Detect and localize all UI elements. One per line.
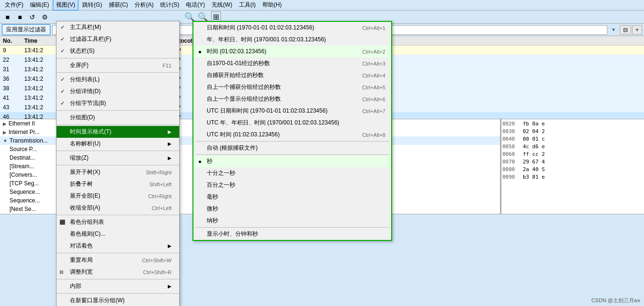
check-icon: ✓ [60, 48, 65, 54]
shortcut-label: F11 [163, 63, 172, 68]
col-no: No. [1, 38, 22, 44]
panel-toggle-icon[interactable]: ⊟ [620, 25, 631, 35]
tf-item-auto[interactable]: 自动 (根据捕获文件) [193, 142, 391, 154]
hex-line: 0060ff cc 2 [502, 151, 643, 158]
menu-view[interactable]: 视图(V) [53, 0, 78, 10]
view-menu-item-toolbar[interactable]: ✓ 主工具栏(M) [57, 21, 179, 33]
view-menu-item-filter-toolbar[interactable]: ✓ 过滤器工具栏(F) [57, 33, 179, 45]
menu-divider [57, 165, 179, 165]
panel-divider [195, 227, 389, 228]
view-menu-item-expand-tree[interactable]: 展开子树(X) Shift+Right [57, 166, 179, 178]
tf-item-microseconds[interactable]: 微秒 [193, 203, 391, 215]
color-icon: ⬛ [59, 220, 65, 225]
tf-item-utc-datetime[interactable]: UTC 日期和时间 (1970-01-01 01:02:03.123456) C… [193, 105, 391, 117]
menu-phone[interactable]: 电话(Y) [183, 0, 208, 10]
view-menu-item-color-pktlist[interactable]: ⬛ 着色分组列表 [57, 216, 179, 228]
tf-item-prevdisplay[interactable]: 自上一个显示分组经过的秒数 Ctrl+Alt+6 [193, 93, 391, 105]
menu-divider [57, 253, 179, 253]
submenu-arrow-icon: ▶ [168, 155, 172, 161]
hex-line: 00504c d6 e [502, 143, 643, 151]
tf-item-milliseconds[interactable]: 毫秒 [193, 191, 391, 203]
menu-file[interactable]: 文件(F) [2, 0, 26, 10]
tf-item-utc-yeardoy[interactable]: UTC 年、年积日、时间 (1970/001 01:02:03.123456) [193, 117, 391, 129]
tf-item-datetime[interactable]: 日期和时间 (1970-01-01 01:02:03.123456) Ctrl+… [193, 22, 391, 34]
panel-divider [195, 154, 389, 155]
time-format-panel: 日期和时间 (1970-01-01 01:02:03.123456) Ctrl+… [192, 21, 392, 241]
check-icon: ✓ [60, 76, 65, 83]
shortcut-label: Ctrl+Alt+3 [343, 61, 385, 67]
packet-hex: 0020fb 0a e 003002 04 2 004000 01 c 0050… [501, 119, 644, 214]
menu-divider [57, 215, 179, 215]
hex-line: 0020fb 0a e [502, 120, 643, 128]
view-menu-item-pktdiagram[interactable]: 分组图(D) [57, 112, 179, 124]
menu-tools[interactable]: 工具(I) [236, 0, 259, 10]
tf-item-nanoseconds[interactable]: 纳秒 [193, 215, 391, 227]
menu-divider [57, 279, 179, 279]
app-container: 文件(F) 编辑(E) 视图(V) 跳转(G) 捕获(C) 分析(A) 统计(S… [0, 0, 644, 306]
menu-edit[interactable]: 编辑(E) [27, 0, 52, 10]
menu-analyze[interactable]: 分析(A) [132, 0, 156, 10]
view-menu-item-resize-cols[interactable]: ⊟ 调整列宽 Ctrl+Shift+R [57, 266, 179, 278]
view-menu-item-pktdetail[interactable]: ✓ 分组详情(D) [57, 86, 179, 97]
menu-go[interactable]: 跳转(G) [79, 0, 105, 10]
shortcut-label: Ctrl+Alt+7 [343, 108, 385, 114]
bullet-icon: ● [198, 158, 202, 165]
tf-item-centiseconds[interactable]: 百分之一秒 [193, 179, 391, 191]
tf-item-deciseconds[interactable]: 十分之一秒 [193, 167, 391, 179]
view-menu-item-fullscreen[interactable]: 全屏(F) F11 [57, 59, 179, 71]
tf-item-seconds[interactable]: ● 秒 [193, 155, 391, 167]
menu-stats[interactable]: 统计(S) [157, 0, 182, 10]
toolbar-btn-3[interactable]: ↺ [27, 12, 38, 22]
view-menu-dropdown: ✓ 主工具栏(M) ✓ 过滤器工具栏(F) ✓ 状态栏(S) 全屏(F) F11… [56, 21, 180, 306]
view-menu-item-pktlist[interactable]: ✓ 分组列表(L) [57, 74, 179, 86]
expand-arrow-icon: ▶ [3, 130, 7, 135]
view-menu-item-reset-layout[interactable]: 重置布局 Ctrl+Shift+W [57, 254, 179, 266]
view-menu-item-expand-all[interactable]: 展开全部(E) Ctrl+Right [57, 190, 179, 202]
hex-line: 003002 04 2 [502, 128, 643, 135]
shortcut-label: Ctrl+Right [148, 193, 172, 199]
tf-item-hms[interactable]: 显示小时、分钟和秒 [193, 228, 391, 240]
add-filter-icon[interactable]: + [632, 25, 642, 35]
view-menu-item-internal[interactable]: 内部 ▶ [57, 280, 179, 292]
toolbar-btn-2[interactable]: ■ [14, 12, 26, 22]
menu-divider [57, 124, 179, 125]
view-menu-item-zoom[interactable]: 缩放(Z) ▶ [57, 152, 179, 164]
shortcut-label: Ctrl+Alt+1 [343, 25, 385, 31]
tf-item-time[interactable]: ● 时间 (01:02:03.123456) Ctrl+Alt+2 [193, 46, 391, 57]
watermark: CSDN @土别三月wx [591, 297, 640, 304]
view-menu-item-collapse-all[interactable]: 收缩全部(A) Ctrl+Left [57, 202, 179, 214]
view-menu-item-color-rules[interactable]: 着色规则(C)... [57, 228, 179, 240]
tf-item-capturestart[interactable]: 自捕获开始经过的秒数 Ctrl+Alt+4 [193, 69, 391, 81]
check-icon: ✓ [60, 24, 65, 30]
tf-item-yeardoy[interactable]: 年、年积日、时间 (1970/001 01:02:03.123456) [193, 34, 391, 46]
menu-divider [57, 72, 179, 73]
filter-arrow-icon[interactable]: ▼ [609, 27, 618, 32]
tf-item-epoch[interactable]: 自1970-01-01经过的秒数 Ctrl+Alt+3 [193, 57, 391, 69]
tf-item-utc-time[interactable]: UTC 时间 (01:02:03.123456) Ctrl+Alt+8 [193, 129, 391, 141]
filter-label-btn[interactable]: 应用显示过滤器 [2, 24, 50, 35]
submenu-arrow-icon: ▶ [168, 284, 172, 289]
view-menu-item-timeformat[interactable]: 时间显示格式(T) ▶ [57, 126, 179, 138]
view-menu-item-nameres[interactable]: 名称解析(U) ▶ [57, 138, 179, 150]
view-menu-item-statusbar[interactable]: ✓ 状态栏(S) [57, 45, 179, 57]
view-menu-item-collapse-tree[interactable]: 折叠子树 Shift+Left [57, 178, 179, 190]
view-menu-item-pktbytes[interactable]: ✓ 分组字节流(B) [57, 97, 179, 109]
view-menu-item-conversation-color[interactable]: 对话着色 ▶ [57, 240, 179, 252]
menu-capture[interactable]: 捕获(C) [106, 0, 131, 10]
menu-divider [57, 58, 179, 58]
check-icon: ✓ [60, 36, 65, 42]
menu-help[interactable]: 帮助(H) [260, 0, 285, 10]
submenu-arrow-icon: ▶ [168, 141, 172, 146]
toolbar-btn-1[interactable]: ■ [2, 12, 13, 22]
toolbar-btn-4[interactable]: ⚙ [39, 12, 50, 22]
submenu-arrow-icon: ▶ [168, 243, 172, 249]
menu-wireless[interactable]: 无线(W) [209, 0, 235, 10]
shortcut-label: Shift+Left [149, 182, 172, 187]
panel-divider [195, 141, 389, 142]
tf-item-prevpkt[interactable]: 自上一个捕获分组经过的秒数 Ctrl+Alt+5 [193, 81, 391, 93]
bullet-icon: ● [198, 48, 202, 55]
hex-line: 007029 67 4 [502, 158, 643, 166]
shortcut-label: Ctrl+Alt+2 [343, 49, 385, 55]
shortcut-label: Shift+Right [146, 170, 172, 175]
view-menu-item-show-in-window[interactable]: 在新窗口显示分组(W) [57, 295, 179, 306]
